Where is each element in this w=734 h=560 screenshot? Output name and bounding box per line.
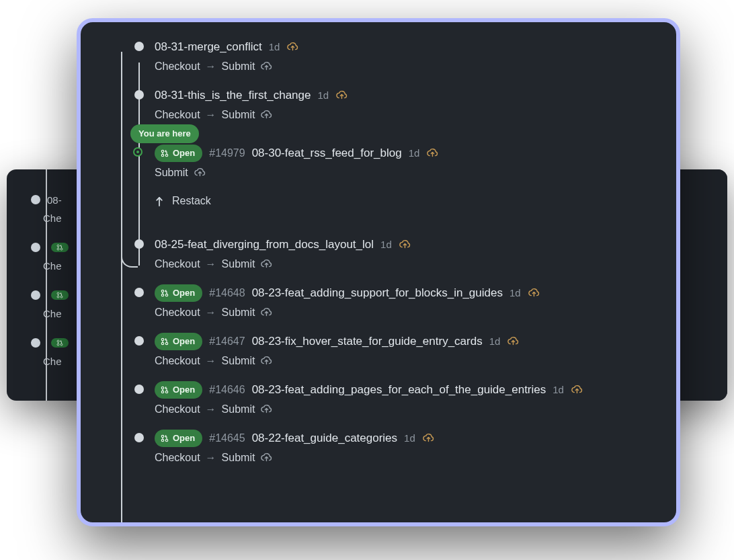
pr-number[interactable]: #14979 (209, 145, 245, 161)
branch-age: 1d (409, 146, 420, 161)
commit-dot (31, 338, 40, 348)
commit-dot (134, 239, 144, 249)
submit-action[interactable]: Submit (222, 353, 255, 369)
commit-dot (31, 195, 40, 204)
open-pill-label: Open (173, 335, 195, 348)
commit-dot (31, 290, 40, 300)
arrow-right-icon: → (206, 107, 216, 123)
cloud-upload-icon[interactable] (571, 384, 583, 396)
branch-name[interactable]: 08-23-feat_adding_pages_for_each_of_the_… (252, 381, 546, 399)
checkout-action[interactable]: Checkout (155, 305, 200, 321)
branch-name[interactable]: 08-25-feat_diverging_from_docs_layout_lo… (155, 236, 374, 253)
branch-name[interactable]: 08-23-feat_adding_support_for_blocks_in_… (252, 284, 503, 302)
branch-header-row: 08-31-this_is_the_first_change1d (155, 87, 676, 104)
branch-age: 1d (317, 88, 329, 104)
restack-up-icon (155, 196, 164, 206)
open-pill (51, 290, 69, 300)
cloud-upload-icon[interactable] (194, 167, 206, 179)
checkout-action[interactable]: Checkout (155, 353, 200, 369)
branch-name[interactable]: 08-31-merge_conflict (155, 38, 262, 56)
branch-entry: Open#1464608-23-feat_adding_pages_for_ea… (81, 381, 676, 417)
checkout-action[interactable]: Checkout (155, 401, 200, 417)
submit-action[interactable]: Submit (222, 450, 255, 466)
branch-actions-row: Checkout→Submit (155, 401, 676, 417)
branch-actions-row: Submit (155, 165, 676, 181)
cloud-upload-icon[interactable] (528, 287, 540, 299)
checkout-action[interactable]: Checkout (155, 450, 200, 466)
open-pill[interactable]: Open (155, 430, 202, 447)
arrow-right-icon: → (206, 401, 216, 417)
branch-name[interactable]: 08-23-fix_hover_state_for_guide_entry_ca… (252, 333, 483, 350)
checkout-action[interactable]: Checkout (155, 107, 200, 123)
pull-request-icon (161, 434, 169, 442)
ghost-branch-fragment: 08- (47, 194, 62, 206)
commit-dot (134, 336, 144, 346)
cloud-upload-icon[interactable] (260, 258, 272, 270)
cloud-upload-icon[interactable] (426, 147, 438, 159)
open-pill-label: Open (173, 147, 195, 160)
arrow-right-icon: → (206, 58, 216, 75)
branch-name[interactable]: 08-30-feat_rss_feed_for_blog (252, 145, 402, 162)
open-pill[interactable]: Open (155, 284, 202, 302)
branch-age: 1d (489, 334, 501, 350)
branch-actions-row: Checkout→Submit (155, 107, 676, 123)
submit-action[interactable]: Submit (155, 165, 188, 181)
checkout-action[interactable]: Checkout (155, 256, 200, 272)
current-commit-dot (134, 149, 141, 155)
branch-entry: 08-31-merge_conflict1dCheckout→Submit (81, 38, 676, 75)
cloud-upload-icon[interactable] (399, 239, 411, 251)
branch-entry: Open#1464508-22-feat_guide_categories1dC… (81, 430, 676, 466)
cloud-upload-icon[interactable] (260, 109, 272, 121)
branch-header-row: 08-31-merge_conflict1d (155, 38, 676, 56)
cloud-upload-icon[interactable] (507, 335, 519, 348)
submit-action[interactable]: Submit (222, 305, 255, 321)
branch-entry: Open#1464808-23-feat_adding_support_for_… (81, 284, 676, 321)
branch-entry: You are hereOpen#1497908-30-feat_rss_fee… (81, 145, 676, 181)
cloud-upload-icon[interactable] (260, 452, 272, 464)
cloud-upload-icon[interactable] (260, 61, 272, 73)
cloud-upload-icon[interactable] (286, 41, 298, 53)
submit-action[interactable]: Submit (222, 107, 255, 123)
commit-dot (134, 42, 144, 51)
arrow-right-icon: → (206, 256, 216, 272)
branch-header-row: Open#1464808-23-feat_adding_support_for_… (155, 284, 676, 302)
commit-dot (134, 90, 144, 99)
pr-number[interactable]: #14648 (209, 285, 245, 301)
commit-dot (31, 243, 40, 252)
branch-actions-row: Checkout→Submit (155, 256, 676, 272)
restack-label: Restack (172, 193, 211, 209)
pull-request-icon (161, 289, 169, 297)
submit-action[interactable]: Submit (222, 256, 255, 272)
commit-dot (134, 433, 144, 442)
open-pill[interactable]: Open (155, 381, 202, 399)
cloud-upload-icon[interactable] (422, 432, 434, 444)
branch-actions-row: Checkout→Submit (155, 353, 676, 369)
cloud-upload-icon[interactable] (260, 307, 272, 319)
pr-number[interactable]: #14647 (209, 333, 245, 350)
cloud-upload-icon[interactable] (260, 403, 272, 415)
submit-action[interactable]: Submit (222, 58, 255, 75)
cloud-upload-icon[interactable] (335, 89, 348, 102)
checkout-action[interactable]: Checkout (155, 58, 200, 75)
branch-name[interactable]: 08-22-feat_guide_categories (252, 430, 397, 447)
branch-entry: Open#1464708-23-fix_hover_state_for_guid… (81, 333, 676, 369)
open-pill[interactable]: Open (155, 145, 202, 162)
open-pill (51, 338, 69, 348)
branch-name[interactable]: 08-31-this_is_the_first_change (155, 87, 311, 104)
pr-number[interactable]: #14646 (209, 382, 245, 398)
branch-header-row: Open#1464508-22-feat_guide_categories1d (155, 430, 676, 447)
commit-dot (134, 385, 144, 394)
you-are-here-badge: You are here (130, 124, 199, 143)
pull-request-icon (161, 337, 169, 346)
pr-number[interactable]: #14645 (209, 430, 245, 446)
ghost-trunk-line (46, 169, 47, 401)
branch-entry: 08-31-this_is_the_first_change1dCheckout… (81, 87, 676, 123)
cloud-upload-icon[interactable] (260, 355, 272, 367)
submit-action[interactable]: Submit (222, 401, 255, 417)
restack-action[interactable]: Restack (81, 193, 676, 209)
open-pill[interactable]: Open (155, 333, 202, 350)
branch-header-row: 08-25-feat_diverging_from_docs_layout_lo… (155, 236, 676, 253)
arrow-right-icon: → (206, 305, 216, 321)
branch-age: 1d (380, 237, 392, 253)
branch-entry: 08-25-feat_diverging_from_docs_layout_lo… (81, 236, 676, 272)
